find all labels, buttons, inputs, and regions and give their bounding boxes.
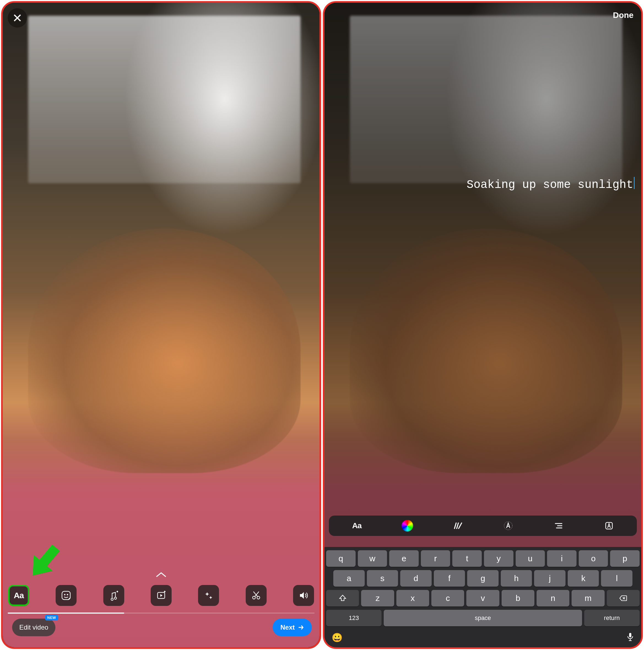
sparkle-a-icon — [503, 520, 514, 531]
italic-style-icon — [452, 520, 463, 531]
dictation-key[interactable] — [627, 633, 634, 643]
key-r[interactable]: r — [421, 550, 450, 567]
key-b[interactable]: b — [502, 590, 534, 607]
story-editor-panel: Aa — [1, 1, 321, 649]
text-tool-label: Aa — [14, 591, 24, 600]
key-x[interactable]: x — [396, 590, 429, 607]
close-button[interactable] — [8, 8, 27, 28]
new-badge: NEW — [45, 615, 59, 620]
svg-point-2 — [64, 594, 66, 595]
key-g[interactable]: g — [467, 570, 499, 587]
effects-tool-button[interactable] — [198, 585, 219, 606]
keyboard-bottom-row: 😀 — [326, 629, 640, 644]
sticker-tool-button[interactable] — [55, 585, 77, 606]
shift-icon — [339, 594, 347, 602]
key-o[interactable]: o — [579, 550, 608, 567]
key-s[interactable]: s — [367, 570, 398, 587]
keyboard-row-3: zxcvbnm — [326, 590, 640, 607]
trim-tool-button[interactable] — [246, 585, 267, 606]
key-l[interactable]: l — [601, 570, 633, 587]
video-progress-fill — [8, 613, 124, 614]
key-p[interactable]: p — [610, 550, 640, 567]
text-cursor — [634, 177, 635, 189]
edit-video-button[interactable]: Edit video NEW — [12, 619, 55, 636]
backspace-icon — [619, 594, 627, 602]
svg-marker-5 — [160, 594, 162, 597]
next-button[interactable]: Next — [273, 619, 312, 636]
svg-rect-10 — [629, 633, 631, 637]
speaker-icon — [298, 590, 309, 601]
key-e[interactable]: e — [389, 550, 419, 567]
font-picker-button[interactable]: Aa — [349, 518, 365, 533]
text-box-icon — [604, 520, 614, 531]
return-key[interactable]: return — [584, 610, 640, 626]
key-z[interactable]: z — [361, 590, 394, 607]
close-icon — [13, 13, 22, 23]
svg-point-3 — [67, 594, 68, 595]
emoji-key[interactable]: 😀 — [332, 633, 343, 643]
ios-keyboard: qwertyuiop asdfghjkl zxcvbnm 123 space r… — [325, 547, 641, 647]
svg-point-6 — [253, 596, 255, 599]
shift-key[interactable] — [326, 590, 359, 607]
text-tool-button[interactable]: Aa — [8, 585, 29, 606]
edit-video-label: Edit video — [19, 623, 48, 631]
key-f[interactable]: f — [434, 570, 465, 587]
swipe-up-indicator[interactable] — [155, 572, 167, 579]
key-a[interactable]: a — [333, 570, 365, 587]
key-d[interactable]: d — [400, 570, 431, 587]
numbers-key[interactable]: 123 — [326, 610, 381, 626]
numbers-key-label: 123 — [349, 614, 359, 622]
callout-arrow — [25, 540, 66, 581]
key-n[interactable]: n — [537, 590, 569, 607]
clip-tool-button[interactable] — [151, 585, 172, 606]
key-t[interactable]: t — [452, 550, 482, 567]
key-m[interactable]: m — [572, 590, 604, 607]
microphone-icon — [627, 633, 634, 642]
key-i[interactable]: i — [547, 550, 576, 567]
color-wheel-icon — [402, 520, 413, 532]
audio-tool-button[interactable] — [293, 585, 314, 606]
video-progress-track[interactable] — [8, 613, 314, 614]
key-y[interactable]: y — [484, 550, 514, 567]
keyboard-row-2: asdfghjkl — [326, 570, 640, 587]
story-text-input[interactable]: Soaking up some sunlight — [341, 177, 635, 192]
key-j[interactable]: j — [534, 570, 566, 587]
done-label: Done — [613, 10, 634, 20]
backspace-key[interactable] — [607, 590, 640, 607]
scissors-icon — [251, 590, 262, 601]
text-effect-button[interactable] — [500, 518, 517, 533]
keyboard-row-1: qwertyuiop — [326, 550, 640, 567]
svg-rect-1 — [62, 591, 70, 600]
key-u[interactable]: u — [516, 550, 545, 567]
key-h[interactable]: h — [501, 570, 532, 587]
svg-point-7 — [257, 596, 260, 599]
key-w[interactable]: w — [358, 550, 387, 567]
color-picker-button[interactable] — [399, 518, 416, 533]
music-plus-icon — [108, 590, 119, 601]
editor-tool-row: Aa — [8, 585, 314, 606]
sticker-icon — [61, 590, 72, 601]
text-entry-panel: Done Soaking up some sunlight Aa — [323, 1, 643, 649]
space-key[interactable]: space — [384, 610, 582, 626]
sparkles-icon — [203, 590, 214, 601]
music-tool-button[interactable] — [103, 585, 124, 606]
arrow-right-icon — [298, 624, 304, 631]
alignment-button[interactable] — [551, 518, 567, 533]
font-picker-label: Aa — [352, 521, 362, 530]
next-label: Next — [280, 623, 295, 631]
svg-marker-0 — [25, 540, 66, 581]
key-q[interactable]: q — [326, 550, 355, 567]
key-c[interactable]: c — [431, 590, 464, 607]
done-button[interactable]: Done — [613, 10, 634, 20]
space-key-label: space — [475, 614, 491, 622]
key-v[interactable]: v — [466, 590, 499, 607]
return-key-label: return — [604, 614, 620, 622]
chevron-up-icon — [155, 572, 167, 578]
align-right-icon — [553, 520, 564, 531]
key-k[interactable]: k — [568, 570, 599, 587]
text-background-button[interactable] — [601, 518, 617, 533]
text-style-toolbar: Aa — [329, 515, 637, 536]
text-style-button[interactable] — [450, 518, 466, 533]
keyboard-row-4: 123 space return — [326, 610, 640, 626]
video-plus-icon — [156, 590, 167, 601]
